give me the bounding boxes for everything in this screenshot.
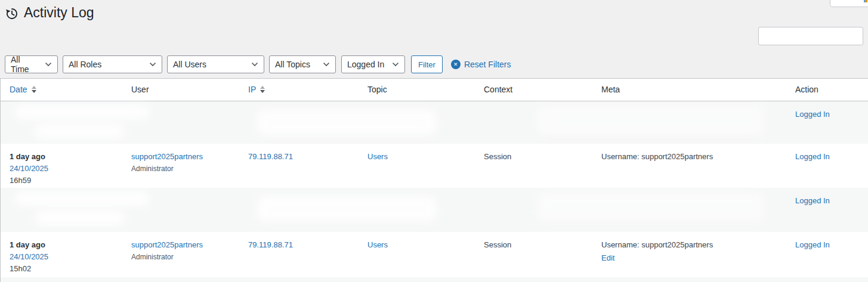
- table-row: 1 day ago 24/10/2025 16h59 support2025pa…: [1, 144, 868, 188]
- action-logged-in-link[interactable]: Logged In: [795, 196, 830, 205]
- time-text: 16h59: [10, 175, 116, 187]
- topic-link[interactable]: Users: [367, 240, 388, 249]
- time-text: 15h02: [10, 263, 116, 275]
- page-title: Activity Log: [24, 4, 94, 21]
- topics-filter-select[interactable]: All Topics: [269, 55, 336, 73]
- redaction-blur: [35, 210, 125, 225]
- search-input[interactable]: [758, 27, 863, 45]
- reset-filters-label: Reset Filters: [464, 60, 511, 69]
- action-filter-select[interactable]: Logged In: [341, 55, 405, 73]
- roles-filter-select[interactable]: All Roles: [63, 55, 162, 73]
- activity-log-page: Activity Log All Time All Roles All User…: [0, 0, 868, 282]
- date-link[interactable]: 24/10/2025: [10, 163, 116, 175]
- topic-link[interactable]: Users: [367, 152, 388, 161]
- activity-log-table: Date User IP Topic Context Meta Ac: [0, 78, 868, 282]
- date-link[interactable]: 24/10/2025: [10, 251, 116, 263]
- meta-text: Username: support2025partners: [601, 151, 780, 163]
- filter-bar: All Time All Roles All Users All Topics …: [5, 55, 511, 73]
- column-header-ip[interactable]: IP: [239, 79, 359, 101]
- edit-link[interactable]: Edit: [601, 252, 614, 264]
- column-header-action: Action: [786, 79, 868, 101]
- redaction-blur: [35, 124, 125, 139]
- reset-filters-link[interactable]: ✕ Reset Filters: [451, 60, 511, 69]
- user-cell: support2025partners Administrator: [122, 144, 239, 188]
- page-header: Activity Log: [0, 0, 868, 21]
- user-role: Administrator: [131, 163, 233, 175]
- user-link[interactable]: support2025partners: [131, 240, 203, 249]
- column-header-meta: Meta: [592, 79, 786, 101]
- context-text: Session: [484, 240, 511, 249]
- user-cell: support2025partners Administrator: [122, 232, 239, 277]
- chevron-down-icon: [45, 62, 52, 67]
- date-cell: 1 day ago 24/10/2025 16h59: [1, 144, 122, 188]
- user-link[interactable]: support2025partners: [131, 152, 203, 161]
- context-text: Session: [484, 152, 511, 161]
- chevron-down-icon: [323, 62, 330, 67]
- filter-button[interactable]: Filter: [411, 55, 443, 73]
- chevron-down-icon: [251, 62, 258, 67]
- time-filter-select[interactable]: All Time: [5, 55, 58, 73]
- users-filter-select[interactable]: All Users: [167, 55, 264, 73]
- column-header-user: User: [122, 79, 239, 101]
- screen-options-icon: [864, 0, 867, 2]
- ip-link[interactable]: 79.119.88.71: [248, 152, 293, 161]
- date-relative: 1 day ago: [10, 239, 116, 251]
- action-logged-in-link[interactable]: Logged In: [795, 240, 830, 249]
- chevron-down-icon: [392, 62, 399, 67]
- column-header-date[interactable]: Date: [1, 79, 122, 101]
- action-logged-in-link[interactable]: Logged In: [795, 110, 830, 119]
- column-header-topic: Topic: [359, 79, 475, 101]
- table-row-redacted: Logged In: [1, 101, 868, 144]
- date-relative: 1 day ago: [10, 151, 116, 163]
- table-row-redacted: Logged In: [1, 188, 868, 232]
- table-row: 1 day ago 24/10/2025 15h02 support2025pa…: [1, 232, 868, 277]
- action-logged-in-link[interactable]: Logged In: [795, 152, 830, 161]
- table-header-row: Date User IP Topic Context Meta Ac: [1, 79, 868, 101]
- date-cell: 1 day ago 24/10/2025 15h02: [1, 232, 122, 277]
- history-clock-icon: [5, 7, 18, 20]
- table-row-partial: [1, 277, 868, 282]
- meta-text: Username: support2025partners: [601, 239, 780, 251]
- dismiss-icon: ✕: [451, 60, 461, 69]
- sort-icon: [260, 86, 265, 93]
- ip-link[interactable]: 79.119.88.71: [248, 240, 293, 249]
- column-header-context: Context: [475, 79, 592, 101]
- sort-icon: [32, 86, 36, 93]
- chevron-down-icon: [149, 62, 156, 67]
- user-role: Administrator: [131, 251, 233, 264]
- screen-options-tab[interactable]: [830, 0, 868, 7]
